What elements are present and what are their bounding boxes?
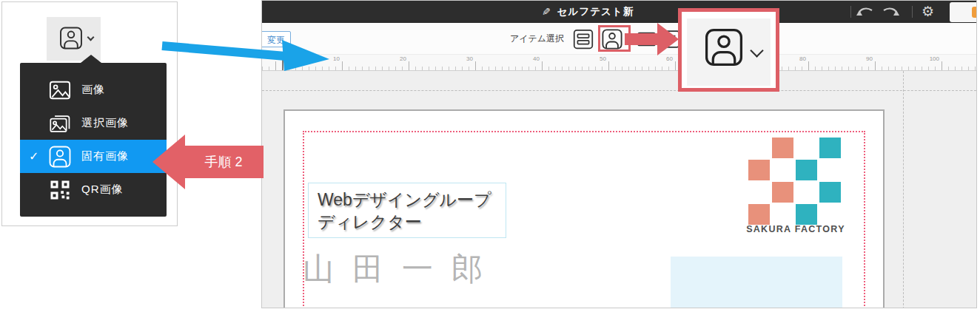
business-card-canvas[interactable]: Webデザイングループ ディレクター 山田一郎 SAKURA FACTORY xyxy=(283,109,885,308)
ruler-tick xyxy=(449,67,449,70)
ruler-tick xyxy=(522,67,523,70)
ruler-tick xyxy=(542,61,543,70)
ruler-tick xyxy=(442,67,443,70)
text-item-button[interactable] xyxy=(573,29,594,50)
ruler-tick xyxy=(782,67,782,70)
ruler-tick xyxy=(942,61,942,70)
ruler-tick xyxy=(568,67,569,70)
document-title-group[interactable]: ✎ セルフテスト新 xyxy=(542,1,634,23)
person-image-icon xyxy=(704,28,744,69)
ruler-tick xyxy=(908,67,909,70)
blue-pointer-arrow xyxy=(158,34,332,72)
ruler-tick xyxy=(835,67,836,70)
checkmark-icon: ✓ xyxy=(29,149,49,163)
ruler-tick xyxy=(961,67,962,70)
guide-line-vertical xyxy=(903,71,904,308)
ruler-tick xyxy=(868,67,869,70)
ruler-tick xyxy=(375,67,376,70)
toolbar: 変更 アイテム選択 xyxy=(262,23,976,54)
ruler-tick xyxy=(915,67,916,70)
menu-item-image[interactable]: 画像 xyxy=(20,73,167,106)
logo-square xyxy=(748,160,770,180)
logo-square xyxy=(796,160,817,180)
ruler-tick xyxy=(355,67,356,70)
person-image-icon xyxy=(58,27,84,50)
ruler-tick xyxy=(808,61,809,70)
edit-pencil-icon: ✎ xyxy=(542,6,551,18)
ruler-tick xyxy=(955,67,956,70)
address-placeholder-area[interactable] xyxy=(671,257,842,308)
dropdown-caret xyxy=(81,55,101,63)
name-text[interactable]: 山田一郎 xyxy=(303,248,501,290)
ruler-tick xyxy=(515,67,516,70)
qr-image-icon xyxy=(49,179,71,201)
redo-button[interactable] xyxy=(881,4,903,20)
ruler-tick xyxy=(922,67,922,70)
horizontal-ruler: 102030405060708090100 xyxy=(262,54,976,71)
image-icon xyxy=(49,79,71,101)
gear-icon[interactable]: ⚙ xyxy=(922,3,934,21)
guide-line-horizontal xyxy=(262,90,976,91)
role-text-box[interactable]: Webデザイングループ ディレクター xyxy=(308,183,506,238)
ruler-tick xyxy=(455,67,456,70)
menu-item-label: 画像 xyxy=(81,83,105,97)
ruler-tick xyxy=(595,67,596,70)
magnified-button-face xyxy=(687,18,771,86)
menu-item-selected-image[interactable]: 選択画像 xyxy=(20,106,167,140)
canvas-workspace[interactable]: Webデザイングループ ディレクター 山田一郎 SAKURA FACTORY xyxy=(262,71,976,308)
menu-item-unique-image[interactable]: ✓ 固有画像 xyxy=(20,140,167,173)
image-type-menu: 画像 選択画像 ✓ xyxy=(20,63,167,217)
menu-item-label: QR画像 xyxy=(81,183,124,197)
ruler-tick xyxy=(842,67,842,70)
ruler-number: 40 xyxy=(526,55,540,62)
ruler-number: 50 xyxy=(593,55,606,62)
magnified-dropdown-button[interactable] xyxy=(678,8,779,92)
logo-square xyxy=(819,138,841,158)
ruler-tick xyxy=(475,61,476,70)
ruler-tick xyxy=(509,67,509,70)
ruler-tick xyxy=(602,67,603,70)
ruler-tick xyxy=(502,67,503,70)
logo-square xyxy=(772,138,793,158)
role-line2: ディレクター xyxy=(318,211,506,233)
ruler-tick xyxy=(862,67,862,70)
ruler-tick xyxy=(948,67,949,70)
role-line1: Webデザイングループ xyxy=(318,189,506,211)
ruler-tick xyxy=(489,67,489,70)
ruler-number: 100 xyxy=(926,55,939,62)
ruler-number: 30 xyxy=(460,55,473,62)
ruler-tick xyxy=(975,67,976,70)
chevron-down-icon xyxy=(87,34,95,41)
ruler-tick xyxy=(535,67,536,70)
titlebar-divider xyxy=(850,6,851,18)
ruler-tick xyxy=(415,67,416,70)
ruler-tick xyxy=(788,67,789,70)
ruler-tick xyxy=(608,61,609,70)
ruler-tick xyxy=(882,67,882,70)
ruler-tick xyxy=(622,67,622,70)
ruler-tick xyxy=(968,67,969,70)
chevron-down-icon xyxy=(750,44,763,57)
ruler-tick xyxy=(435,67,436,70)
item-select-label: アイテム選択 xyxy=(503,23,564,54)
ruler-tick xyxy=(675,61,676,70)
undo-button[interactable] xyxy=(856,4,878,20)
ruler-tick xyxy=(802,67,802,70)
ruler-number: 80 xyxy=(793,55,806,62)
ruler-tick xyxy=(615,67,616,70)
ruler-tick xyxy=(402,67,403,70)
ruler-tick xyxy=(395,67,396,70)
ruler-number: 90 xyxy=(859,55,873,62)
ruler-tick xyxy=(548,67,549,70)
ruler-tick xyxy=(582,67,583,70)
ruler-tick xyxy=(369,67,369,70)
ruler-tick xyxy=(482,67,483,70)
ruler-tick xyxy=(335,67,336,70)
logo-square xyxy=(748,204,770,225)
ruler-tick xyxy=(895,67,896,70)
document-title: セルフテスト新 xyxy=(557,5,634,18)
ruler-tick xyxy=(668,67,669,70)
menu-item-qr-image[interactable]: QR画像 xyxy=(20,173,167,206)
logo-grid xyxy=(748,138,845,228)
partial-button[interactable] xyxy=(950,2,977,22)
